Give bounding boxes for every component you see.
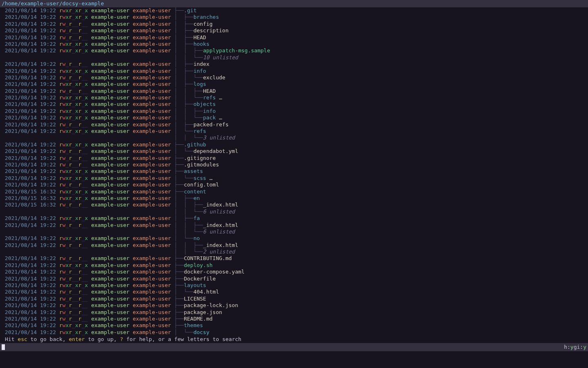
status-bar: h:y gi:y xyxy=(0,343,588,351)
tree-row[interactable]: 2021/08/14 19:22 rwxr_xr_x example-user … xyxy=(2,322,586,329)
tree-panel[interactable]: 2021/08/14 19:22 rwxr_xr_x example-user … xyxy=(0,7,588,336)
help-text: for help, or a few letters to search xyxy=(123,336,242,342)
tree-row[interactable]: 2021/08/15 16:32 rw_r__r__ example-user … xyxy=(2,202,586,208)
tree-row[interactable]: 2021/08/14 19:22 rwxr_xr_x example-user … xyxy=(2,81,586,88)
help-text: to go back, xyxy=(27,336,69,342)
tree-row[interactable]: 2021/08/14 19:22 rw_r__r__ example-user … xyxy=(2,121,586,128)
tree-row[interactable]: │ │ └──6 unlisted xyxy=(2,229,586,235)
tree-row[interactable]: 2021/08/14 19:22 rw_r__r__ example-user … xyxy=(2,74,586,81)
tree-row[interactable]: 2021/08/14 19:22 rwxr_xr_x example-user … xyxy=(2,175,586,182)
tree-row[interactable]: 2021/08/14 19:22 rw_r__r__ example-user … xyxy=(2,61,586,67)
flag-h-value: y xyxy=(570,344,574,350)
tree-row[interactable]: 2021/08/14 19:22 rwxr_xr_x example-user … xyxy=(2,262,586,269)
tree-row[interactable]: 2021/08/14 19:22 rw_r__r__ example-user … xyxy=(2,242,586,249)
tree-row[interactable]: 2021/08/14 19:22 rwxr_xr_x example-user … xyxy=(2,141,586,148)
tree-row[interactable]: 2021/08/14 19:22 rwxr_xr_x example-user … xyxy=(2,168,586,175)
tree-row[interactable]: 2021/08/14 19:22 rwxr_xr_x example-user … xyxy=(2,14,586,20)
tree-row[interactable]: 2021/08/14 19:22 rwxr_xr_x example-user … xyxy=(2,282,586,289)
question-key: ? xyxy=(120,336,123,342)
esc-key: esc xyxy=(18,336,27,342)
tree-row[interactable]: 2021/08/15 16:32 rwxr_xr_x example-user … xyxy=(2,195,586,202)
tree-row[interactable]: │ │ └──2 unlisted xyxy=(2,249,586,255)
tree-row[interactable]: 2021/08/14 19:22 rwxr_xr_x example-user … xyxy=(2,128,586,135)
tree-row[interactable]: 2021/08/14 19:22 rwxr_xr_x example-user … xyxy=(2,329,586,336)
tree-row[interactable]: 2021/08/14 19:22 rwxr_xr_x example-user … xyxy=(2,7,586,14)
tree-row[interactable]: 2021/08/14 19:22 rw_r__r__ example-user … xyxy=(2,316,586,322)
tree-row[interactable]: 2021/08/14 19:22 rw_r__r__ example-user … xyxy=(2,88,586,94)
tree-row[interactable]: 2021/08/14 19:22 rw_r__r__ example-user … xyxy=(2,255,586,262)
tree-row[interactable]: 2021/08/14 19:22 rw_r__r__ example-user … xyxy=(2,222,586,229)
help-text: to go up, xyxy=(85,336,120,342)
tree-row[interactable]: 2021/08/14 19:22 rwxr_xr_x example-user … xyxy=(2,215,586,222)
tree-row[interactable]: 2021/08/14 19:22 rw_r__r__ example-user … xyxy=(2,162,586,168)
tree-row[interactable]: 2021/08/14 19:22 rw_r__r__ example-user … xyxy=(2,182,586,188)
tree-row[interactable]: 2021/08/14 19:22 rw_r__r__ example-user … xyxy=(2,276,586,282)
title-bar: /home/example-user/docsy-example xyxy=(0,0,588,7)
tree-row[interactable]: 2021/08/14 19:22 rwxr_xr_x example-user … xyxy=(2,114,586,121)
tree-row[interactable]: 2021/08/14 19:22 rw_r__r__ example-user … xyxy=(2,34,586,41)
tree-row[interactable]: 2021/08/14 19:22 rw_r__r__ example-user … xyxy=(2,27,586,34)
tree-row[interactable]: 2021/08/14 19:22 rwxr_xr_x example-user … xyxy=(2,108,586,114)
tree-row[interactable]: 2021/08/14 19:22 rw_r__r__ example-user … xyxy=(2,148,586,155)
cwd-path: /home/example-user/docsy-example xyxy=(2,0,104,7)
tree-row[interactable]: 2021/08/15 16:32 rwxr_xr_x example-user … xyxy=(2,188,586,195)
tree-row[interactable]: 2021/08/14 19:22 rw_r__r__ example-user … xyxy=(2,269,586,275)
help-line: Hit esc to go back, enter to go up, ? fo… xyxy=(0,336,588,343)
tree-row[interactable]: │ │ └──3 unlisted xyxy=(2,135,586,141)
tree-row[interactable]: │ │ └──10 unlisted xyxy=(2,54,586,61)
flag-gi-label: gi: xyxy=(574,344,583,350)
tree-row[interactable]: │ │ └──6 unlisted xyxy=(2,209,586,215)
tree-row[interactable]: 2021/08/14 19:22 rw_r__r__ example-user … xyxy=(2,309,586,316)
tree-row[interactable]: 2021/08/14 19:22 rwxr_xr_x example-user … xyxy=(2,235,586,242)
tree-row[interactable]: 2021/08/14 19:22 rw_r__r__ example-user … xyxy=(2,296,586,302)
flag-h-label: h: xyxy=(564,344,570,350)
tree-row[interactable]: 2021/08/14 19:22 rw_r__r__ example-user … xyxy=(2,21,586,27)
tree-row[interactable]: 2021/08/14 19:22 rwxr_xr_x example-user … xyxy=(2,68,586,74)
tree-row[interactable]: 2021/08/14 19:22 rwxr_xr_x example-user … xyxy=(2,94,586,101)
tree-row[interactable]: 2021/08/14 19:22 rw_r__r__ example-user … xyxy=(2,302,586,309)
tree-row[interactable]: 2021/08/14 19:22 rwxr_xr_x example-user … xyxy=(2,41,586,47)
enter-key: enter xyxy=(69,336,85,342)
tree-row[interactable]: 2021/08/14 19:22 rw_r__r__ example-user … xyxy=(2,155,586,162)
tree-row[interactable]: 2021/08/14 19:22 rw_r__r__ example-user … xyxy=(2,289,586,295)
tree-row[interactable]: 2021/08/14 19:22 rwxr_xr_x example-user … xyxy=(2,47,586,54)
tree-row[interactable]: 2021/08/14 19:22 rwxr_xr_x example-user … xyxy=(2,101,586,108)
help-text: Hit xyxy=(5,336,18,342)
flag-gi-value: y xyxy=(583,344,586,350)
input-cursor[interactable] xyxy=(2,344,5,350)
